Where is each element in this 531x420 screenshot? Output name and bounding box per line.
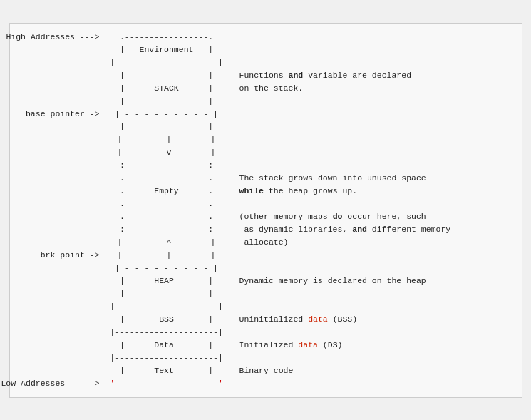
- desc-row-15: as dynamic libraries, and different memo…: [239, 223, 511, 236]
- ascii-row-1: | Environment |: [103, 43, 231, 56]
- label-empty-15: [21, 236, 103, 249]
- ascii-row-12: . Empty .: [103, 185, 231, 198]
- label-empty-10: [21, 172, 103, 185]
- ascii-row-13: . .: [103, 198, 231, 210]
- desc-row-26: Binary code: [239, 364, 511, 377]
- ascii-row-25: |---------------------|: [103, 352, 231, 364]
- label-empty-6: [21, 121, 103, 133]
- ascii-row-4: | STACK |: [103, 82, 231, 95]
- ascii-row-2: |---------------------|: [103, 56, 231, 69]
- ascii-row-15: : :: [103, 223, 231, 236]
- left-labels: High Addresses ---> base pointer -> brk …: [21, 31, 103, 390]
- label-empty-21: [21, 326, 103, 339]
- memory-diagram-container: High Addresses ---> base pointer -> brk …: [9, 23, 522, 398]
- desc-row-9: [239, 146, 511, 159]
- desc-row-21: [239, 300, 511, 313]
- desc-row-0: [239, 31, 511, 43]
- desc-row-14: (other memory maps do occur here, such: [239, 210, 511, 223]
- desc-row-27: [239, 377, 511, 390]
- desc-row-5: [239, 95, 511, 108]
- label-empty-14: [21, 223, 103, 236]
- desc-row-20: [239, 287, 511, 300]
- label-empty-7: [21, 133, 103, 146]
- desc-dynamic-memory: Dynamic memory is declared on the heap: [239, 276, 426, 285]
- ascii-row-23: |---------------------|: [103, 326, 231, 339]
- ascii-row-14: . .: [103, 210, 231, 223]
- ascii-row-7: | |: [103, 121, 231, 133]
- desc-on-stack: on the stack.: [239, 83, 304, 93]
- label-empty-1: [21, 43, 103, 56]
- label-low-addr: Low Addresses ----->: [21, 377, 103, 390]
- label-empty-3: [21, 69, 103, 82]
- label-empty-4: [21, 82, 103, 95]
- ascii-row-11: . .: [103, 172, 231, 185]
- label-empty-20: [21, 313, 103, 326]
- ascii-row-8: | | |: [103, 133, 231, 146]
- low-addr-line: '---------------------': [110, 377, 223, 390]
- ascii-diagram: .-----------------. | Environment | |---…: [103, 31, 231, 390]
- label-empty-19: [21, 300, 103, 313]
- ascii-row-low: '---------------------': [103, 377, 231, 390]
- desc-while: while the heap grows up.: [239, 186, 358, 195]
- desc-row-24: Initialized data (DS): [239, 339, 511, 352]
- ascii-row-0: .-----------------.: [103, 31, 231, 43]
- ascii-row-6: | - - - - - - - - - |: [103, 108, 231, 121]
- label-empty-9: [21, 159, 103, 172]
- desc-row-2: [239, 56, 511, 69]
- desc-other-memory: (other memory maps do occur here, such: [239, 212, 426, 221]
- desc-row-6: [239, 108, 511, 121]
- desc-row-8: [239, 133, 511, 146]
- ascii-row-19: | HEAP |: [103, 275, 231, 287]
- desc-row-25: [239, 352, 511, 364]
- ascii-row-26: | Text |: [103, 364, 231, 377]
- desc-data: Initialized data (DS): [239, 340, 343, 349]
- ascii-row-18: | - - - - - - - - - |: [103, 262, 231, 275]
- label-empty-22: [21, 339, 103, 352]
- ascii-row-21: |---------------------|: [103, 300, 231, 313]
- label-base-pointer: base pointer ->: [21, 108, 103, 121]
- label-high-addr: High Addresses --->: [21, 31, 103, 43]
- desc-bss: Uninitialized data (BSS): [239, 314, 358, 324]
- ascii-row-24: | Data |: [103, 339, 231, 352]
- ascii-row-10: : :: [103, 159, 231, 172]
- desc-dynamic-libs: as dynamic libraries, and different memo…: [239, 225, 451, 234]
- ascii-row-9: | v |: [103, 146, 231, 159]
- diagram-wrapper: High Addresses ---> base pointer -> brk …: [21, 31, 511, 390]
- label-empty-11: [21, 185, 103, 198]
- label-empty-2: [21, 56, 103, 69]
- desc-text: Binary code: [239, 366, 294, 375]
- ascii-row-5: | |: [103, 95, 231, 108]
- ascii-row-17: | | |: [103, 249, 231, 262]
- ascii-row-3: | |: [103, 69, 231, 82]
- desc-row-12: while the heap grows up.: [239, 185, 511, 198]
- desc-row-22: Uninitialized data (BSS): [239, 313, 511, 326]
- desc-row-4: on the stack.: [239, 82, 511, 95]
- desc-row-11: The stack grows down into unused space: [239, 172, 511, 185]
- desc-row-23: [239, 326, 511, 339]
- label-empty-17: [21, 275, 103, 287]
- label-brk-point: brk point ->: [21, 249, 103, 262]
- label-empty-18: [21, 287, 103, 300]
- label-empty-24: [21, 364, 103, 377]
- desc-row-3: Functions and variable are declared: [239, 69, 511, 82]
- label-empty-5: [21, 95, 103, 108]
- desc-row-17: [239, 249, 511, 262]
- desc-allocate: allocate): [239, 237, 289, 247]
- label-empty-16: [21, 262, 103, 275]
- ascii-row-20: | |: [103, 287, 231, 300]
- label-empty-13: [21, 210, 103, 223]
- label-empty-12: [21, 198, 103, 210]
- desc-functions: Functions and variable are declared: [239, 71, 412, 80]
- label-empty-23: [21, 352, 103, 364]
- desc-row-18: [239, 262, 511, 275]
- ascii-row-22: | BSS |: [103, 313, 231, 326]
- desc-stack-grows: The stack grows down into unused space: [239, 173, 426, 183]
- desc-row-7: [239, 121, 511, 133]
- right-descriptions: Functions and variable are declared on t…: [231, 31, 511, 390]
- desc-row-19: Dynamic memory is declared on the heap: [239, 275, 511, 287]
- label-empty-8: [21, 146, 103, 159]
- desc-row-10: [239, 159, 511, 172]
- ascii-row-16: | ^ |: [103, 236, 231, 249]
- desc-row-13: [239, 198, 511, 210]
- desc-row-1: [239, 43, 511, 56]
